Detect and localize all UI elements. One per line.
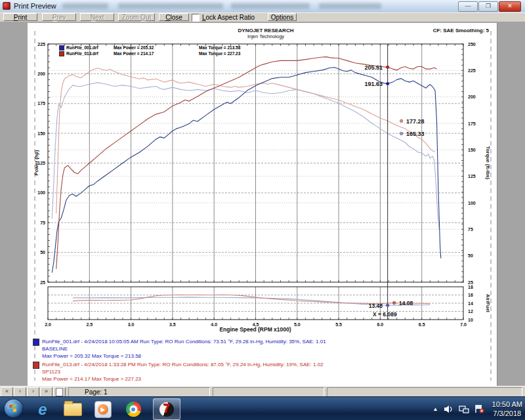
page-indicator-text: Page: 1 bbox=[85, 388, 107, 396]
power-tick-label: 75 bbox=[40, 220, 45, 225]
legend-file: RunFile_013.drf bbox=[66, 51, 114, 56]
legend-row: RunFile_001.drf Max Power = 205.32 Max T… bbox=[59, 45, 240, 51]
x-tick-label: 3.0 bbox=[128, 322, 135, 327]
volume-icon[interactable] bbox=[444, 405, 453, 413]
run-max-values: Max Power = 205.32 Max Torque = 213.58 bbox=[42, 352, 326, 360]
x-tick-label: 2.5 bbox=[86, 322, 93, 327]
legend-file: RunFile_001.drf bbox=[66, 45, 114, 50]
screen: Print Preview — ❐ ✕ Print Prev Next Zoom… bbox=[0, 0, 525, 420]
power-tick-label: 100 bbox=[37, 190, 45, 195]
redacted-title-text bbox=[118, 3, 223, 9]
status-panel bbox=[213, 387, 324, 397]
page-icon bbox=[56, 388, 63, 396]
callout-torque-red: 177.28 bbox=[406, 118, 425, 125]
options-label: Options bbox=[271, 14, 293, 21]
afr-tick-label: 10 bbox=[468, 318, 473, 322]
x-tick-label: 2.0 bbox=[45, 322, 51, 327]
lock-aspect-label: Lock Aspect Ratio bbox=[202, 14, 255, 21]
close-label: lose bbox=[170, 14, 182, 21]
next-button[interactable]: Next bbox=[80, 13, 114, 21]
caption-buttons: — ❐ ✕ bbox=[457, 1, 521, 12]
chart-brand: DYNOJET RESEARCH bbox=[238, 28, 294, 33]
last-page-button[interactable]: » bbox=[40, 387, 52, 397]
lock-aspect-label: ock Aspect Ratio bbox=[206, 14, 255, 21]
power-tick-label: 150 bbox=[37, 131, 45, 136]
options-button[interactable]: Options bbox=[268, 13, 297, 21]
internet-explorer-icon: e bbox=[38, 400, 47, 419]
callout-afr-blue: 13.48 bbox=[369, 303, 383, 309]
power-tick-label: 25 bbox=[40, 280, 45, 285]
action-center-flag-icon[interactable] bbox=[474, 404, 484, 413]
power-tick-label: 225 bbox=[37, 42, 45, 47]
first-page-button[interactable]: « bbox=[1, 387, 13, 397]
taskbar-item-media-player[interactable]: ▶ bbox=[93, 400, 113, 418]
close-preview-button[interactable]: Close bbox=[159, 13, 189, 21]
x-tick-label: 4.0 bbox=[211, 322, 217, 327]
legend-swatch-run1 bbox=[59, 45, 64, 51]
page-setup-button[interactable] bbox=[53, 387, 66, 397]
callout-power-red: 205.51 bbox=[364, 64, 383, 71]
next-label: ext bbox=[95, 14, 104, 21]
torque-tick-label: 200 bbox=[468, 94, 476, 99]
afr-tick-label: 16 bbox=[468, 293, 473, 297]
page-indicator: Page: 1 bbox=[68, 387, 210, 397]
torque-tick-label: 225 bbox=[468, 68, 476, 73]
run-max-values: Max Power = 214.17 Max Torque = 227.23 bbox=[42, 375, 324, 383]
x-tick-label: 3.5 bbox=[169, 322, 176, 327]
callout-afr-red: 14.08 bbox=[399, 300, 413, 306]
legend-max-power: Max Power = 205.32 bbox=[114, 45, 199, 50]
zoom-out-button[interactable]: Zoom Out bbox=[118, 13, 155, 21]
media-player-icon: ▶ bbox=[94, 401, 112, 418]
folder-icon bbox=[64, 403, 82, 416]
x-tick-label: 7.0 bbox=[460, 322, 467, 327]
torque-tick-label: 250 bbox=[468, 42, 476, 47]
network-icon[interactable] bbox=[459, 405, 469, 413]
afr-axis-title: Air/Fuel bbox=[485, 294, 491, 312]
zoom-out-label: O bbox=[140, 14, 146, 21]
taskbar-item-internet-explorer[interactable]: e bbox=[33, 400, 52, 418]
minimize-button[interactable]: — bbox=[458, 1, 478, 12]
window-title: Print Preview bbox=[14, 2, 56, 10]
torque-tick-label: 175 bbox=[468, 121, 476, 126]
taskbar-item-explorer[interactable] bbox=[63, 400, 83, 418]
power-tick-label: 50 bbox=[40, 250, 45, 255]
app-icon bbox=[3, 2, 10, 10]
play-icon: ▶ bbox=[98, 404, 108, 415]
torque-tick-label: 75 bbox=[468, 227, 473, 232]
run-label: BASELINE bbox=[42, 345, 326, 352]
lock-aspect-checkbox[interactable] bbox=[192, 14, 200, 22]
run-swatch bbox=[33, 339, 39, 346]
dynojet-7-glyph: 7 bbox=[163, 401, 170, 416]
prev-page-button[interactable]: ‹ bbox=[14, 387, 26, 397]
clock-time: 10:50 AM bbox=[492, 400, 522, 409]
cursor-marker bbox=[386, 66, 389, 69]
start-button[interactable] bbox=[5, 400, 22, 417]
cursor-marker bbox=[400, 119, 403, 123]
torque-axis-title: Torque (ft-lbs) bbox=[485, 146, 491, 180]
legend-max-power: Max Power = 214.17 bbox=[114, 51, 199, 56]
taskbar-clock[interactable]: 10:50 AM 7/3/2018 bbox=[492, 400, 522, 418]
torque-tick-label: 150 bbox=[468, 148, 476, 152]
tray-expand-icon[interactable]: ▲ bbox=[433, 406, 438, 412]
prev-button[interactable]: Prev bbox=[42, 13, 76, 21]
taskbar-item-dynojet-active[interactable]: 7 bbox=[153, 398, 180, 420]
run-info-1: RunFile_001.drf - 4/24/2018 10:05:05 AM … bbox=[33, 338, 326, 360]
cursor-marker bbox=[386, 304, 389, 307]
print-preview-area: DYNOJET RESEARCH Injen Technology CF: SA… bbox=[0, 22, 525, 386]
next-page-button[interactable]: › bbox=[27, 387, 39, 397]
restore-button[interactable]: ❐ bbox=[478, 1, 498, 12]
run-label: SP1123 bbox=[42, 368, 324, 375]
torque-tick-label: 100 bbox=[468, 201, 476, 205]
legend-max-torque: Max Torque = 227.23 bbox=[199, 51, 240, 56]
print-button[interactable]: Print bbox=[3, 13, 37, 21]
chart-legend: RunFile_001.drf Max Power = 205.32 Max T… bbox=[59, 45, 240, 56]
title-bar[interactable]: Print Preview — ❐ ✕ bbox=[0, 0, 525, 13]
chrome-icon bbox=[126, 402, 141, 417]
x-tick-label: 6.0 bbox=[377, 322, 384, 327]
close-window-button[interactable]: ✕ bbox=[499, 1, 521, 12]
power-axis-title: Power (hp) bbox=[33, 150, 39, 175]
cursor-marker bbox=[400, 132, 403, 135]
zoom-out-label: Zoom bbox=[122, 14, 140, 21]
chart-subbrand: Injen Technology bbox=[247, 33, 284, 39]
taskbar-item-chrome[interactable] bbox=[123, 400, 143, 418]
